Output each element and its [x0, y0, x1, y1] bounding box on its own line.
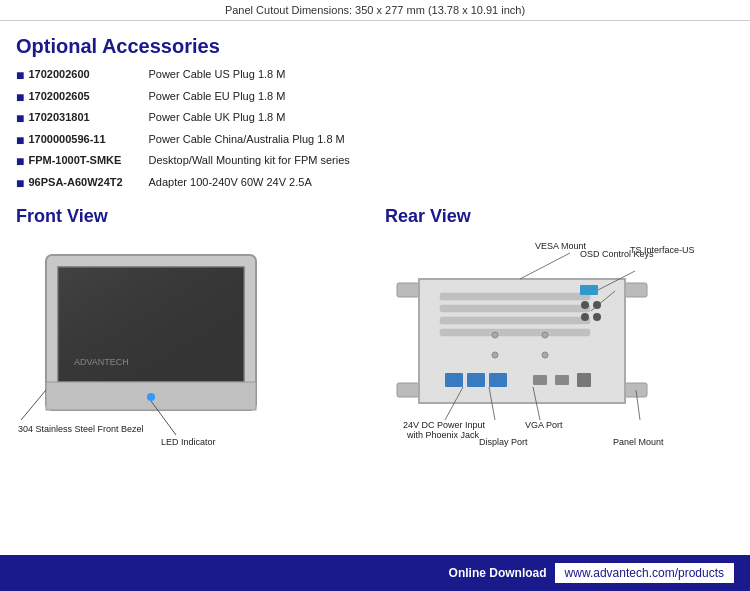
part-number: 96PSA-A60W24T2 — [28, 174, 148, 191]
svg-rect-15 — [440, 293, 590, 300]
part-number: 1702002600 — [28, 66, 148, 83]
bullet-icon: ■ — [16, 88, 24, 108]
svg-rect-23 — [555, 375, 569, 385]
bullet-icon: ■ — [16, 174, 24, 194]
svg-rect-17 — [440, 317, 590, 324]
svg-rect-12 — [397, 383, 419, 397]
svg-rect-10 — [397, 283, 419, 297]
accessory-row: ■ 1702002600 Power Cable US Plug 1.8 M — [16, 66, 734, 86]
svg-text:24V DC Power Input: 24V DC Power Input — [403, 420, 486, 430]
bullet-icon: ■ — [16, 131, 24, 151]
bullet-icon: ■ — [16, 66, 24, 86]
part-description: Desktop/Wall Mounting kit for FPM series — [148, 152, 349, 169]
svg-rect-18 — [440, 329, 590, 336]
svg-text:VESA Mount: VESA Mount — [535, 241, 587, 251]
part-number: 1700000596-11 — [28, 131, 148, 148]
svg-rect-22 — [533, 375, 547, 385]
svg-text:LED Indicator: LED Indicator — [161, 437, 216, 445]
top-bar-text: Panel Cutout Dimensions: 350 x 277 mm (1… — [225, 4, 525, 16]
rear-view-section: Rear View — [375, 206, 734, 465]
svg-text:Display Port: Display Port — [479, 437, 528, 447]
accessory-row: ■ 1702031801 Power Cable UK Plug 1.8 M — [16, 109, 734, 129]
svg-rect-16 — [440, 305, 590, 312]
part-number: FPM-1000T-SMKE — [28, 152, 148, 169]
svg-point-25 — [581, 301, 589, 309]
svg-text:ADVANTECH: ADVANTECH — [74, 357, 129, 367]
accessory-row: ■ 1702002605 Power Cable EU Plug 1.8 M — [16, 88, 734, 108]
svg-point-33 — [542, 352, 548, 358]
part-description: Adapter 100-240V 60W 24V 2.5A — [148, 174, 311, 191]
front-view-section: Front View ADVANTECH — [16, 206, 375, 465]
accessory-row: ■ FPM-1000T-SMKE Desktop/Wall Mounting k… — [16, 152, 734, 172]
svg-point-31 — [542, 332, 548, 338]
online-download-label: Online Download — [449, 566, 547, 580]
svg-rect-21 — [489, 373, 507, 387]
part-description: Power Cable US Plug 1.8 M — [148, 66, 285, 83]
part-number: 1702031801 — [28, 109, 148, 126]
part-description: Power Cable EU Plug 1.8 M — [148, 88, 285, 105]
bullet-icon: ■ — [16, 109, 24, 129]
svg-rect-24 — [577, 373, 591, 387]
svg-text:with Phoenix Jack: with Phoenix Jack — [406, 430, 480, 440]
svg-rect-19 — [445, 373, 463, 387]
svg-rect-11 — [625, 283, 647, 297]
accessories-list: ■ 1702002600 Power Cable US Plug 1.8 M ■… — [16, 66, 734, 194]
footer-bar: Online Download www.advantech.com/produc… — [0, 555, 750, 591]
part-number: 1702002605 — [28, 88, 148, 105]
svg-rect-29 — [580, 285, 598, 295]
svg-point-32 — [492, 352, 498, 358]
optional-accessories-title: Optional Accessories — [16, 35, 734, 58]
svg-line-34 — [520, 253, 570, 279]
accessory-row: ■ 1700000596-11 Power Cable China/Austra… — [16, 131, 734, 151]
online-download-url: www.advantech.com/products — [555, 563, 734, 583]
svg-point-27 — [581, 313, 589, 321]
front-view-title: Front View — [16, 206, 365, 227]
svg-text:VGA Port: VGA Port — [525, 420, 563, 430]
accessory-row: ■ 96PSA-A60W24T2 Adapter 100-240V 60W 24… — [16, 174, 734, 194]
svg-text:TS Interface-USB Port: TS Interface-USB Port — [630, 245, 695, 255]
svg-text:Panel Mount: Panel Mount — [613, 437, 664, 447]
part-description: Power Cable China/Australia Plug 1.8 M — [148, 131, 344, 148]
bullet-icon: ■ — [16, 152, 24, 172]
svg-text:304 Stainless Steel Front Beze: 304 Stainless Steel Front Bezel — [18, 424, 144, 434]
svg-point-4 — [147, 393, 155, 401]
top-bar: Panel Cutout Dimensions: 350 x 277 mm (1… — [0, 0, 750, 21]
svg-point-28 — [593, 313, 601, 321]
rear-view-title: Rear View — [385, 206, 734, 227]
svg-line-6 — [21, 390, 46, 420]
part-description: Power Cable UK Plug 1.8 M — [148, 109, 285, 126]
svg-point-26 — [593, 301, 601, 309]
svg-rect-20 — [467, 373, 485, 387]
svg-point-30 — [492, 332, 498, 338]
